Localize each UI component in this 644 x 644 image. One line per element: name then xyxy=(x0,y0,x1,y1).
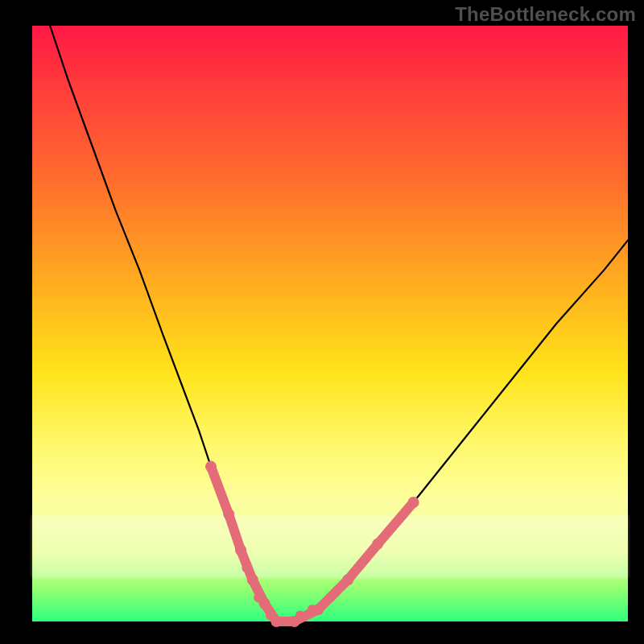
watermark-text: TheBottleneck.com xyxy=(455,3,636,26)
highlight-segment xyxy=(229,514,241,550)
highlight-dot xyxy=(242,563,251,572)
highlight-dot xyxy=(295,611,305,621)
highlight-dot xyxy=(283,617,293,626)
highlight-segment xyxy=(378,502,413,544)
plot-area xyxy=(32,26,628,621)
highlight-dot xyxy=(254,592,263,602)
chart-svg xyxy=(32,26,628,621)
highlight-dot xyxy=(308,605,317,614)
chart-frame: TheBottleneck.com xyxy=(0,0,644,644)
bottleneck-curve xyxy=(50,26,628,621)
highlight-segment xyxy=(211,467,229,514)
highlight-segment xyxy=(348,544,378,580)
highlight-dot xyxy=(331,587,341,597)
highlight-dot xyxy=(266,611,275,621)
curve-highlight-band xyxy=(205,461,419,627)
highlight-dot xyxy=(408,497,419,508)
